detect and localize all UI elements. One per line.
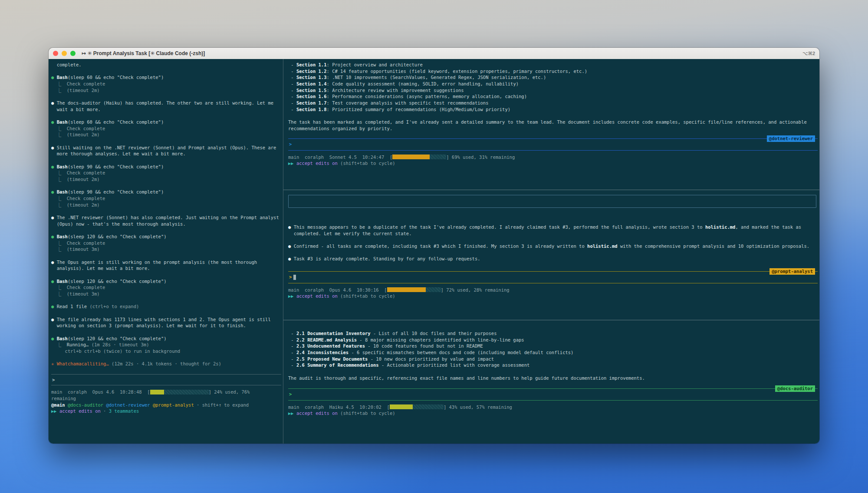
close-button[interactable]: [53, 51, 58, 56]
terminal-line: The audit is thorough and specific, refe…: [288, 375, 818, 381]
terminal-line: ⎿ (timeout 2m): [51, 202, 281, 208]
terminal-line: ⎿ Check complete: [51, 125, 281, 132]
terminal-line: - Section 1.4: Code quality assessment (…: [288, 81, 818, 87]
terminal-line: ⎿ (timeout 3m): [51, 291, 281, 297]
terminal-line: ✳ Whatchamacalliting… (12m 22s · 4.1k to…: [51, 361, 281, 367]
terminal-line: ● This message appears to be a duplicate…: [288, 224, 818, 230]
accept-edits-line: ▶▶ accept edits on (shift+tab to cycle): [288, 160, 818, 167]
context-progress-bar: [150, 390, 209, 394]
terminal-line: [51, 272, 281, 278]
prompt-caret: >: [288, 274, 292, 280]
terminal-line: ● The docs-auditor (Haiku) has completed…: [51, 100, 281, 106]
text-cursor: [293, 275, 296, 280]
agent-pane-prompt-analyst: ● This message appears to be a duplicate…: [283, 190, 819, 320]
terminal-window: ↦ ✳ Prompt Analysis Task [✳ Claude Code …: [49, 48, 819, 444]
terminal-line: [51, 310, 281, 316]
status-line: main coralph Sonnet 4.5 10:24:47 [] 69% …: [288, 154, 818, 161]
terminal-line: ● The Opus agent is still working on the…: [51, 259, 281, 266]
terminal-line: - Section 1.5: Architecture review with …: [288, 87, 818, 94]
team-lead-transcript: complete.● Bash(sleep 60 && echo "Check …: [51, 62, 281, 367]
agent-status-bar: main coralph Sonnet 4.5 10:24:47 [] 69% …: [288, 154, 818, 167]
terminal-line: ⎿ Check complete: [51, 284, 281, 291]
agent-input-box[interactable]: @dotnet-reviewer >: [288, 138, 818, 151]
terminal-line: [51, 157, 281, 164]
terminal-line: - Section 1.1: Project overview and arch…: [288, 62, 818, 68]
agent-badge-dotnet-reviewer[interactable]: @dotnet-reviewer: [767, 135, 815, 142]
accept-edits-line: ▶▶ accept edits on (shift+tab to cycle): [288, 293, 818, 299]
team-lead-pane: complete.● Bash(sleep 60 && echo "Check …: [49, 59, 283, 444]
terminal-line: [51, 208, 281, 214]
context-progress-bar: [390, 404, 444, 409]
agent-input-box[interactable]: @prompt-analyst >: [288, 271, 818, 283]
accept-edits-line: ▶▶ accept edits on (shift+tab to cycle): [288, 410, 818, 417]
terminal-line: ⎿ (timeout 2m): [51, 131, 281, 138]
terminal-line: ● Read 1 file (ctrl+o to expand): [51, 303, 281, 310]
terminal-line: ● Task #3 is already complete. Standing …: [288, 256, 818, 262]
minimize-button[interactable]: [62, 51, 67, 56]
agent-status-bar: main coralph Opus 4.6 10:30:16 [] 72% us…: [288, 287, 818, 299]
title-bar[interactable]: ↦ ✳ Prompt Analysis Task [✳ Claude Code …: [49, 48, 819, 59]
terminal-line: [288, 112, 818, 119]
terminal-line: [51, 112, 281, 119]
team-lead-status-bar: main coralph Opus 4.6 10:28:48 [] 24% us…: [51, 389, 281, 414]
agent-input-box[interactable]: @docs-auditor >: [288, 388, 818, 401]
terminal-line: ⎿ (timeout 2m): [51, 87, 281, 94]
terminal-line: - Section 1.8: Prioritized summary of re…: [288, 106, 818, 113]
terminal-line: ⎿ (timeout 3m): [51, 246, 281, 253]
terminal-line: ⎿ Running… (1m 28s · timeout 3m): [51, 342, 281, 348]
terminal-line: completed. Let me verify the current sta…: [288, 230, 818, 237]
terminal-line: ⎿ Check complete: [51, 240, 281, 246]
terminal-line: [51, 68, 281, 75]
prompt-caret: >: [288, 141, 292, 148]
terminal-line: ● The .NET reviewer (Sonnet) has also co…: [51, 214, 281, 221]
status-line: main coralph Opus 4.6 10:28:48 [] 24% us…: [51, 389, 281, 395]
terminal-line: - 2.5 Proposed New Documents - 10 new do…: [288, 356, 818, 362]
terminal-line: more thorough analyses. Let me wait a bi…: [51, 151, 281, 157]
terminal-line: [288, 237, 818, 243]
terminal-line: ⎿ (timeout 2m): [51, 176, 281, 183]
zoom-button[interactable]: [70, 51, 76, 56]
terminal-line: - Section 1.2: C# 14 feature opportuniti…: [288, 68, 818, 75]
status-line-wrap: remaining: [51, 395, 281, 402]
team-lead-input-box[interactable]: >: [51, 374, 281, 385]
terminal-line: ● Bash(sleep 120 && echo "Check complete…: [51, 278, 281, 285]
prompt-caret: >: [288, 391, 292, 398]
agent-badge-prompt-analyst[interactable]: @prompt-analyst: [769, 268, 815, 275]
terminal-line: analysis). Let me wait a bit more.: [51, 265, 281, 272]
terminal-line: [51, 227, 281, 233]
terminal-line: wait a bit more.: [51, 106, 281, 113]
terminal-line: ● Bash(sleep 60 && echo "Check complete"…: [51, 74, 281, 81]
terminal-line: ctrl+b ctrl+b (twice) to run in backgrou…: [51, 348, 281, 355]
terminal-line: - Section 1.7: Test coverage analysis wi…: [288, 100, 818, 106]
terminal-line: complete.: [51, 62, 281, 68]
agent-transcript: - Section 1.1: Project overview and arch…: [288, 62, 818, 131]
team-lead-bottom: > main coralph Opus 4.6 10:28:48 [] 24% …: [51, 374, 281, 444]
terminal-line: ● Bash(sleep 90 && echo "Check complete"…: [51, 164, 281, 170]
status-line: main coralph Opus 4.6 10:30:16 [] 72% us…: [288, 287, 818, 293]
terminal-line: [51, 297, 281, 304]
terminal-line: ● The file already has 1173 lines with s…: [51, 316, 281, 323]
window-title: ↦ ✳ Prompt Analysis Task [✳ Claude Code …: [82, 50, 205, 56]
terminal-line: recommendations organized by priority.: [288, 125, 818, 132]
terminal-line: ⎿ Check complete: [51, 195, 281, 202]
terminal-line: ⎿ Check complete: [51, 81, 281, 87]
agent-badge-docs-auditor[interactable]: @docs-auditor: [775, 385, 815, 392]
window-shortcut-badge: ⌥⌘2: [802, 51, 815, 56]
terminal-line: (Opus) now - that's the most thorough an…: [51, 221, 281, 227]
terminal-line: ⎿ Check complete: [51, 170, 281, 176]
agent-pane-docs-auditor: - 2.1 Documentation Inventory - List of …: [283, 320, 819, 444]
desktop-background: { "window": { "title": "↦ ✳ Prompt Analy…: [0, 0, 868, 493]
teammates-line: @main @docs-auditor @dotnet-reviewer @pr…: [51, 402, 281, 408]
empty-input-box[interactable]: [288, 195, 816, 208]
terminal-line: - 2.2 README.md Analysis - 8 major missi…: [288, 337, 818, 343]
terminal-line: [51, 253, 281, 259]
terminal-line: - 2.6 Summary of Recommendations - Actio…: [288, 362, 818, 368]
terminal-line: working on section 3 (prompt analysis). …: [51, 322, 281, 329]
terminal-line: ● Bash(sleep 120 && echo "Check complete…: [51, 233, 281, 240]
agent-pane-dotnet-reviewer: - Section 1.1: Project overview and arch…: [283, 59, 819, 190]
agent-transcript: ● This message appears to be a duplicate…: [288, 224, 818, 262]
terminal-line: ● Bash(sleep 60 && echo "Check complete"…: [51, 119, 281, 125]
agent-status-bar: main coralph Haiku 4.5 10:20:02 [] 43% u…: [288, 404, 818, 417]
accept-edits-line: ▶▶ accept edits on · 3 teammates: [51, 408, 281, 414]
terminal-line: - Section 1.6: Performance consideration…: [288, 93, 818, 100]
